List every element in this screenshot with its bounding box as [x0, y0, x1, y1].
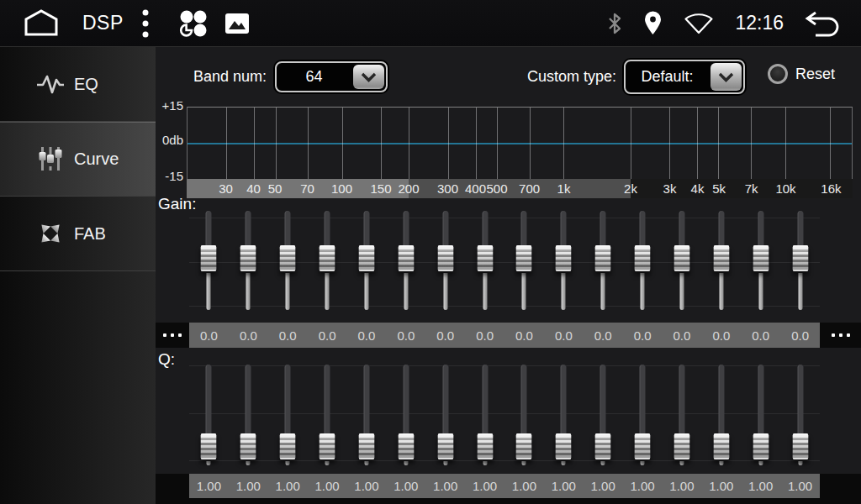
q-slider[interactable]	[268, 363, 308, 468]
gain-more-left-button[interactable]	[156, 323, 189, 348]
q-slider-thumb[interactable]	[240, 433, 256, 459]
gain-more-right-button[interactable]	[820, 323, 861, 348]
gain-slider[interactable]	[701, 209, 741, 312]
curve-panel: Band num: 64 Custom type: Default: Reset…	[156, 47, 861, 504]
q-slider-thumb[interactable]	[358, 433, 374, 459]
freq-tick-label: 400	[465, 179, 486, 198]
gain-value: 0.0	[425, 328, 465, 343]
gain-slider[interactable]	[386, 209, 425, 312]
q-slider[interactable]	[663, 363, 702, 468]
q-slider-thumb[interactable]	[713, 433, 729, 459]
q-slider[interactable]	[229, 363, 268, 468]
q-slider-thumb[interactable]	[753, 433, 769, 459]
grid-line	[276, 108, 277, 179]
q-slider-thumb[interactable]	[635, 433, 651, 459]
gain-slider-thumb[interactable]	[358, 245, 374, 271]
gain-slider[interactable]	[189, 209, 229, 312]
q-slider-thumb[interactable]	[398, 433, 414, 459]
gain-value: 0.0	[544, 328, 584, 343]
slider-track-upper	[679, 211, 684, 247]
gain-slider-thumb[interactable]	[595, 245, 611, 271]
q-slider-thumb[interactable]	[437, 433, 453, 459]
gain-slider[interactable]	[663, 209, 702, 312]
back-icon[interactable]	[804, 10, 843, 37]
q-slider[interactable]	[780, 363, 820, 468]
q-value: 1.00	[386, 479, 425, 493]
sidebar-item-fab[interactable]: FAB	[0, 197, 156, 271]
q-slider-thumb[interactable]	[673, 433, 689, 459]
gain-slider-thumb[interactable]	[477, 245, 493, 271]
wifi-icon	[683, 12, 715, 35]
gain-slider[interactable]	[741, 209, 780, 312]
q-slider[interactable]	[465, 363, 504, 468]
sidebar-item-eq[interactable]: EQ	[0, 47, 156, 122]
gain-slider-thumb[interactable]	[437, 245, 453, 271]
band-num-dropdown[interactable]: 64	[275, 61, 388, 92]
gain-slider-thumb[interactable]	[280, 245, 296, 271]
q-slider[interactable]	[425, 363, 465, 468]
q-slider[interactable]	[544, 363, 584, 468]
q-slider[interactable]	[189, 363, 229, 468]
q-slider-thumb[interactable]	[280, 433, 296, 459]
gain-slider[interactable]	[268, 209, 308, 312]
q-slider[interactable]	[741, 363, 780, 468]
eq-plot[interactable]	[187, 107, 853, 179]
q-slider[interactable]	[504, 363, 544, 468]
q-slider[interactable]	[701, 363, 741, 468]
q-slider-thumb[interactable]	[595, 433, 611, 459]
slider-track-lower	[364, 461, 368, 465]
slider-track-lower	[641, 273, 645, 310]
q-slider[interactable]	[623, 363, 663, 468]
grid-line	[409, 108, 409, 179]
gain-slider-thumb[interactable]	[201, 245, 217, 271]
frequency-axis[interactable]: 304050701001502003004005007001k2k3k4k5k7…	[187, 179, 853, 198]
gain-slider[interactable]	[425, 209, 465, 312]
slider-track-upper	[640, 211, 646, 247]
gain-slider[interactable]	[780, 209, 820, 312]
q-slider[interactable]	[386, 363, 425, 468]
q-sliders-row	[189, 363, 820, 468]
gain-slider[interactable]	[229, 209, 268, 312]
gain-slider-thumb[interactable]	[635, 245, 651, 271]
q-slider-thumb[interactable]	[516, 433, 532, 459]
yaxis-label-minus15: -15	[156, 169, 183, 183]
gain-slider-thumb[interactable]	[556, 245, 572, 271]
gain-slider[interactable]	[465, 209, 504, 312]
q-slider-thumb[interactable]	[792, 433, 808, 459]
gain-slider-thumb[interactable]	[713, 245, 729, 271]
q-slider[interactable]	[347, 363, 387, 468]
apps-clover-icon[interactable]	[177, 8, 208, 39]
gain-slider-thumb[interactable]	[516, 245, 532, 271]
grid-line	[476, 108, 477, 179]
gain-slider[interactable]	[584, 209, 623, 312]
q-slider-thumb[interactable]	[201, 433, 217, 459]
gain-slider[interactable]	[347, 209, 387, 312]
q-value: 1.00	[701, 479, 741, 493]
gain-slider[interactable]	[623, 209, 663, 312]
gain-slider-thumb[interactable]	[240, 245, 256, 271]
q-slider[interactable]	[308, 363, 347, 468]
overflow-menu-icon[interactable]	[142, 9, 149, 38]
q-slider[interactable]	[584, 363, 623, 468]
q-value: 1.00	[268, 479, 308, 493]
sidebar-item-curve[interactable]: Curve	[0, 122, 156, 197]
gain-slider-thumb[interactable]	[673, 245, 689, 271]
gain-slider-thumb[interactable]	[320, 245, 335, 271]
q-slider-thumb[interactable]	[556, 433, 572, 459]
gain-slider[interactable]	[308, 209, 347, 312]
q-slider-thumb[interactable]	[477, 433, 493, 459]
custom-type-dropdown[interactable]: Default:	[624, 60, 745, 94]
freq-tick-label: 16k	[821, 179, 841, 198]
gallery-icon[interactable]	[224, 13, 250, 34]
gain-slider-thumb[interactable]	[753, 245, 769, 271]
gain-slider-thumb[interactable]	[792, 245, 808, 271]
q-values-strip: 1.001.001.001.001.001.001.001.001.001.00…	[189, 474, 820, 498]
eq-curve-0db-line	[188, 143, 852, 144]
gain-slider[interactable]	[504, 209, 544, 312]
q-value: 1.00	[544, 479, 584, 493]
q-slider-thumb[interactable]	[320, 433, 335, 459]
gain-slider-thumb[interactable]	[398, 245, 414, 271]
gain-slider[interactable]	[544, 209, 584, 312]
home-icon[interactable]	[22, 8, 61, 39]
reset-button[interactable]: Reset	[768, 64, 835, 84]
